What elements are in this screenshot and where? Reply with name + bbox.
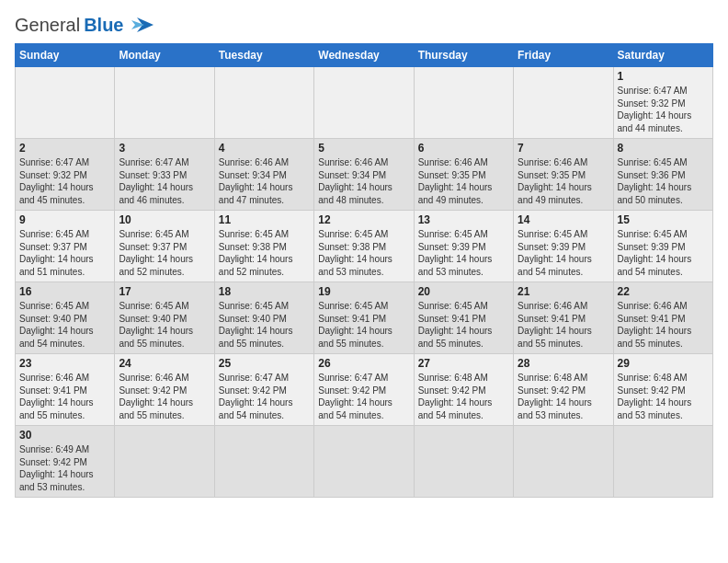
day-number: 15	[618, 213, 709, 226]
day-info: Sunrise: 6:45 AM Sunset: 9:39 PM Dayligh…	[518, 229, 592, 277]
day-number: 1	[618, 70, 709, 83]
logo: General Blue	[15, 15, 157, 36]
day-number: 12	[318, 213, 409, 226]
day-number: 16	[19, 285, 110, 298]
calendar-cell: 16Sunrise: 6:45 AM Sunset: 9:40 PM Dayli…	[16, 282, 115, 354]
calendar-cell: 12Sunrise: 6:45 AM Sunset: 9:38 PM Dayli…	[314, 211, 414, 282]
calendar-cell	[314, 426, 414, 498]
day-of-week-wednesday: Wednesday	[314, 44, 414, 67]
day-info: Sunrise: 6:46 AM Sunset: 9:41 PM Dayligh…	[618, 301, 692, 349]
calendar-cell: 22Sunrise: 6:46 AM Sunset: 9:41 PM Dayli…	[613, 282, 712, 354]
calendar-cell	[115, 67, 214, 139]
day-info: Sunrise: 6:45 AM Sunset: 9:37 PM Dayligh…	[119, 229, 193, 277]
day-info: Sunrise: 6:45 AM Sunset: 9:41 PM Dayligh…	[318, 301, 392, 349]
calendar-cell: 25Sunrise: 6:47 AM Sunset: 9:42 PM Dayli…	[214, 354, 313, 426]
calendar-cell: 24Sunrise: 6:46 AM Sunset: 9:42 PM Dayli…	[115, 354, 214, 426]
calendar-cell: 27Sunrise: 6:48 AM Sunset: 9:42 PM Dayli…	[414, 354, 513, 426]
day-number: 27	[418, 357, 509, 370]
day-info: Sunrise: 6:47 AM Sunset: 9:32 PM Dayligh…	[618, 86, 692, 133]
calendar-cell: 21Sunrise: 6:46 AM Sunset: 9:41 PM Dayli…	[514, 282, 613, 354]
calendar-cell: 19Sunrise: 6:45 AM Sunset: 9:41 PM Dayli…	[314, 282, 414, 354]
day-of-week-saturday: Saturday	[613, 44, 712, 67]
day-info: Sunrise: 6:45 AM Sunset: 9:38 PM Dayligh…	[318, 229, 392, 277]
calendar-cell	[214, 67, 313, 139]
calendar-cell: 1Sunrise: 6:47 AM Sunset: 9:32 PM Daylig…	[613, 67, 712, 139]
day-number: 20	[418, 285, 509, 298]
day-info: Sunrise: 6:46 AM Sunset: 9:34 PM Dayligh…	[318, 157, 392, 205]
day-info: Sunrise: 6:47 AM Sunset: 9:42 PM Dayligh…	[219, 373, 293, 420]
calendar-cell: 30Sunrise: 6:49 AM Sunset: 9:42 PM Dayli…	[16, 426, 115, 498]
calendar-cell: 23Sunrise: 6:46 AM Sunset: 9:41 PM Dayli…	[16, 354, 115, 426]
day-info: Sunrise: 6:46 AM Sunset: 9:35 PM Dayligh…	[518, 157, 592, 205]
day-number: 6	[418, 142, 509, 155]
day-info: Sunrise: 6:47 AM Sunset: 9:42 PM Dayligh…	[318, 373, 392, 420]
logo-icon	[128, 16, 157, 36]
calendar-cell: 5Sunrise: 6:46 AM Sunset: 9:34 PM Daylig…	[314, 139, 414, 211]
calendar-cell: 2Sunrise: 6:47 AM Sunset: 9:32 PM Daylig…	[16, 139, 115, 211]
day-info: Sunrise: 6:49 AM Sunset: 9:42 PM Dayligh…	[19, 444, 94, 492]
day-number: 4	[219, 142, 310, 155]
calendar-cell: 20Sunrise: 6:45 AM Sunset: 9:41 PM Dayli…	[414, 282, 513, 354]
day-info: Sunrise: 6:47 AM Sunset: 9:33 PM Dayligh…	[119, 157, 193, 205]
day-info: Sunrise: 6:47 AM Sunset: 9:32 PM Dayligh…	[19, 157, 94, 205]
day-info: Sunrise: 6:46 AM Sunset: 9:35 PM Dayligh…	[418, 157, 493, 205]
day-info: Sunrise: 6:45 AM Sunset: 9:37 PM Dayligh…	[19, 229, 94, 277]
calendar-cell: 28Sunrise: 6:48 AM Sunset: 9:42 PM Dayli…	[514, 354, 613, 426]
day-number: 25	[219, 357, 310, 370]
day-number: 14	[518, 213, 609, 226]
day-info: Sunrise: 6:45 AM Sunset: 9:39 PM Dayligh…	[618, 229, 692, 277]
day-number: 18	[219, 285, 310, 298]
day-number: 8	[618, 142, 709, 155]
day-number: 30	[19, 429, 110, 442]
calendar-cell	[414, 426, 513, 498]
calendar-cell: 18Sunrise: 6:45 AM Sunset: 9:40 PM Dayli…	[214, 282, 313, 354]
day-info: Sunrise: 6:48 AM Sunset: 9:42 PM Dayligh…	[518, 373, 592, 420]
header: General Blue	[15, 15, 713, 36]
calendar-cell: 29Sunrise: 6:48 AM Sunset: 9:42 PM Dayli…	[613, 354, 712, 426]
calendar-cell: 11Sunrise: 6:45 AM Sunset: 9:38 PM Dayli…	[214, 211, 313, 282]
day-of-week-tuesday: Tuesday	[214, 44, 313, 67]
calendar-cell	[314, 67, 414, 139]
calendar-cell: 13Sunrise: 6:45 AM Sunset: 9:39 PM Dayli…	[414, 211, 513, 282]
day-number: 5	[318, 142, 409, 155]
day-number: 26	[318, 357, 409, 370]
calendar-cell: 9Sunrise: 6:45 AM Sunset: 9:37 PM Daylig…	[16, 211, 115, 282]
logo-general: General	[15, 15, 80, 36]
day-number: 2	[19, 142, 110, 155]
calendar-cell	[115, 426, 214, 498]
calendar-header: SundayMondayTuesdayWednesdayThursdayFrid…	[16, 44, 713, 67]
calendar-cell: 6Sunrise: 6:46 AM Sunset: 9:35 PM Daylig…	[414, 139, 513, 211]
day-info: Sunrise: 6:46 AM Sunset: 9:34 PM Dayligh…	[219, 157, 293, 205]
calendar-cell: 4Sunrise: 6:46 AM Sunset: 9:34 PM Daylig…	[214, 139, 313, 211]
day-info: Sunrise: 6:45 AM Sunset: 9:40 PM Dayligh…	[119, 301, 193, 349]
day-info: Sunrise: 6:45 AM Sunset: 9:38 PM Dayligh…	[219, 229, 293, 277]
calendar: SundayMondayTuesdayWednesdayThursdayFrid…	[15, 43, 713, 498]
day-info: Sunrise: 6:46 AM Sunset: 9:41 PM Dayligh…	[518, 301, 592, 349]
calendar-cell: 3Sunrise: 6:47 AM Sunset: 9:33 PM Daylig…	[115, 139, 214, 211]
calendar-cell: 7Sunrise: 6:46 AM Sunset: 9:35 PM Daylig…	[514, 139, 613, 211]
day-info: Sunrise: 6:45 AM Sunset: 9:40 PM Dayligh…	[219, 301, 293, 349]
day-number: 13	[418, 213, 509, 226]
day-of-week-friday: Friday	[514, 44, 613, 67]
calendar-cell	[414, 67, 513, 139]
day-info: Sunrise: 6:45 AM Sunset: 9:41 PM Dayligh…	[418, 301, 493, 349]
day-number: 17	[119, 285, 210, 298]
calendar-cell: 8Sunrise: 6:45 AM Sunset: 9:36 PM Daylig…	[613, 139, 712, 211]
day-info: Sunrise: 6:48 AM Sunset: 9:42 PM Dayligh…	[418, 373, 493, 420]
calendar-cell	[613, 426, 712, 498]
day-of-week-monday: Monday	[115, 44, 214, 67]
day-info: Sunrise: 6:45 AM Sunset: 9:36 PM Dayligh…	[618, 157, 692, 205]
day-info: Sunrise: 6:45 AM Sunset: 9:39 PM Dayligh…	[418, 229, 493, 277]
calendar-cell	[514, 426, 613, 498]
calendar-cell: 15Sunrise: 6:45 AM Sunset: 9:39 PM Dayli…	[613, 211, 712, 282]
day-number: 24	[119, 357, 210, 370]
calendar-cell: 26Sunrise: 6:47 AM Sunset: 9:42 PM Dayli…	[314, 354, 414, 426]
calendar-cell: 17Sunrise: 6:45 AM Sunset: 9:40 PM Dayli…	[115, 282, 214, 354]
day-of-week-thursday: Thursday	[414, 44, 513, 67]
day-number: 22	[618, 285, 709, 298]
day-number: 19	[318, 285, 409, 298]
day-number: 7	[518, 142, 609, 155]
logo-blue: Blue	[84, 15, 123, 36]
day-of-week-sunday: Sunday	[16, 44, 115, 67]
day-info: Sunrise: 6:46 AM Sunset: 9:42 PM Dayligh…	[119, 373, 193, 420]
